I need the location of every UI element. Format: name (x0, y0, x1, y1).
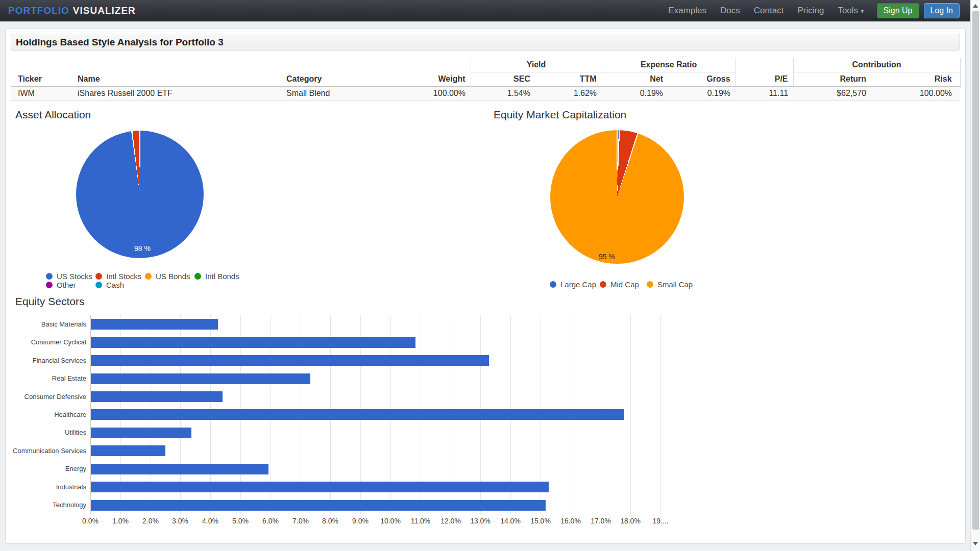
sector-bar[interactable] (91, 445, 165, 456)
bar-category-label: Consumer Defensive (6, 393, 86, 400)
col-header-risk: Risk (871, 72, 960, 86)
asset-allocation-title: Asset Allocation (15, 109, 91, 121)
equity-market-cap-legend: Large CapMid CapSmall Cap (550, 280, 693, 288)
gridline (660, 315, 661, 514)
analysis-panel: Holdings Based Style Analysis for Portfo… (5, 28, 966, 544)
bar-category-label: Consumer Cyclical (6, 338, 86, 346)
legend-item: Other (46, 281, 95, 289)
bar-x-axis: 0.0%1.0%2.0%3.0%4.0%5.0%6.0%7.0%8.0%9.0%… (6, 517, 720, 526)
cell-ttm-yield: 1.62% (535, 86, 602, 101)
panel-heading: Holdings Based Style Analysis for Portfo… (11, 34, 960, 51)
pie-slice-label: 98 % (134, 244, 151, 253)
sector-bar[interactable] (91, 391, 223, 402)
bar-category-label: Communication Services (6, 447, 86, 455)
legend-label: US Bonds (156, 272, 190, 281)
nav-examples[interactable]: Examples (668, 6, 706, 16)
bar-category-axis: Basic MaterialsConsumer CyclicalFinancia… (6, 315, 86, 514)
group-spacer-pe (736, 58, 793, 72)
cell-pe: 11.11 (736, 86, 793, 101)
legend-swatch-icon (46, 282, 53, 288)
bar-category-label: Technology (6, 501, 86, 509)
sector-bar[interactable] (91, 482, 549, 492)
sector-bar[interactable] (91, 428, 191, 438)
axis-tick-label: 19.... (643, 517, 678, 525)
col-header-weight: Weight (368, 72, 471, 86)
brand-part-2: VISUALIZER (73, 5, 136, 16)
legend-swatch-icon (600, 281, 606, 288)
group-spacer (11, 58, 471, 72)
cell-return-contribution: $62,570 (793, 86, 871, 101)
cell-net-expense: 0.19% (602, 86, 668, 101)
equity-market-cap-title: Equity Market Capitalization (494, 109, 626, 121)
top-navbar: PORTFOLIOVISUALIZER Examples Docs Contac… (0, 0, 970, 21)
nav-pricing[interactable]: Pricing (797, 6, 824, 16)
legend-swatch-icon (95, 282, 102, 288)
sector-bar[interactable] (91, 337, 415, 348)
brand-logo[interactable]: PORTFOLIOVISUALIZER (8, 5, 136, 16)
nav-contact[interactable]: Contact (754, 6, 784, 16)
nav-links: Examples Docs Contact Pricing Tools▾ Sig… (654, 3, 970, 18)
legend-swatch-icon (194, 273, 201, 280)
legend-swatch-icon (647, 281, 653, 288)
legend-label: US Stocks (57, 272, 92, 281)
legend-swatch-icon (550, 281, 556, 288)
legend-swatch-icon (46, 273, 53, 280)
page-scrollbar[interactable] (970, 0, 980, 551)
equity-market-cap-pie[interactable]: 95 % (550, 130, 684, 264)
legend-label: Intl Bonds (205, 272, 239, 281)
legend-swatch-icon (145, 273, 152, 280)
bar-category-label: Healthcare (6, 411, 86, 418)
cell-risk-contribution: 100.00% (871, 86, 960, 101)
legend-item: Intl Bonds (194, 272, 244, 280)
cell-name: iShares Russell 2000 ETF (70, 86, 281, 101)
cell-category: Small Blend (281, 86, 368, 101)
nav-docs[interactable]: Docs (720, 6, 740, 16)
col-header-return: Return (793, 72, 871, 86)
table-row: IWM iShares Russell 2000 ETF Small Blend… (11, 86, 960, 101)
legend-label: Intl Stocks (106, 272, 141, 281)
holdings-table: Yield Expense Ratio Contribution Ticker … (11, 58, 960, 101)
legend-item: Large Cap (550, 280, 600, 288)
nav-tools-dropdown[interactable]: Tools▾ (838, 6, 864, 16)
sector-bar[interactable] (91, 409, 624, 420)
scroll-up-arrow-icon[interactable] (973, 4, 978, 8)
log-in-button[interactable]: Log In (924, 3, 960, 18)
legend-label: Small Cap (657, 280, 693, 289)
asset-allocation-pie[interactable]: 98 % (76, 131, 204, 258)
col-header-gross: Gross (668, 72, 736, 86)
gridline (630, 315, 631, 514)
cell-ticker: IWM (11, 86, 70, 101)
col-header-ttm: TTM (535, 72, 602, 86)
asset-allocation-legend: US StocksIntl StocksUS BondsIntl BondsOt… (46, 272, 244, 289)
bar-category-label: Energy (6, 465, 86, 472)
scroll-down-arrow-icon[interactable] (973, 542, 978, 545)
sector-bar[interactable] (91, 373, 310, 384)
sector-bar[interactable] (91, 464, 268, 474)
legend-label: Other (57, 281, 76, 289)
cell-sec-yield: 1.54% (471, 86, 535, 101)
pie-slice-label: 95 % (599, 253, 615, 261)
table-group-header-row: Yield Expense Ratio Contribution (11, 58, 960, 72)
scrollbar-thumb[interactable] (972, 11, 979, 530)
equity-sectors-bar-chart[interactable] (90, 315, 666, 514)
col-header-name: Name (70, 72, 281, 86)
caret-down-icon: ▾ (861, 7, 864, 15)
group-header-contribution: Contribution (793, 58, 960, 72)
col-header-net: Net (602, 72, 668, 86)
page-title: Holdings Based Style Analysis for Portfo… (16, 37, 224, 48)
sector-bar[interactable] (91, 355, 489, 366)
bar-category-label: Industrials (6, 483, 86, 491)
cell-gross-expense: 0.19% (668, 86, 736, 101)
table-column-header-row: Ticker Name Category Weight SEC TTM Net … (11, 72, 960, 86)
sign-up-button[interactable]: Sign Up (877, 3, 919, 18)
bar-category-label: Basic Materials (6, 320, 86, 328)
col-header-pe: P/E (736, 72, 793, 86)
sector-bar[interactable] (91, 319, 218, 330)
sector-bar[interactable] (91, 500, 546, 511)
col-header-category: Category (281, 72, 368, 86)
bar-category-label: Financial Services (6, 357, 86, 364)
legend-item: Cash (95, 281, 145, 289)
col-header-sec: SEC (471, 72, 535, 86)
legend-item: US Stocks (46, 272, 95, 280)
bar-category-label: Utilities (6, 429, 86, 436)
